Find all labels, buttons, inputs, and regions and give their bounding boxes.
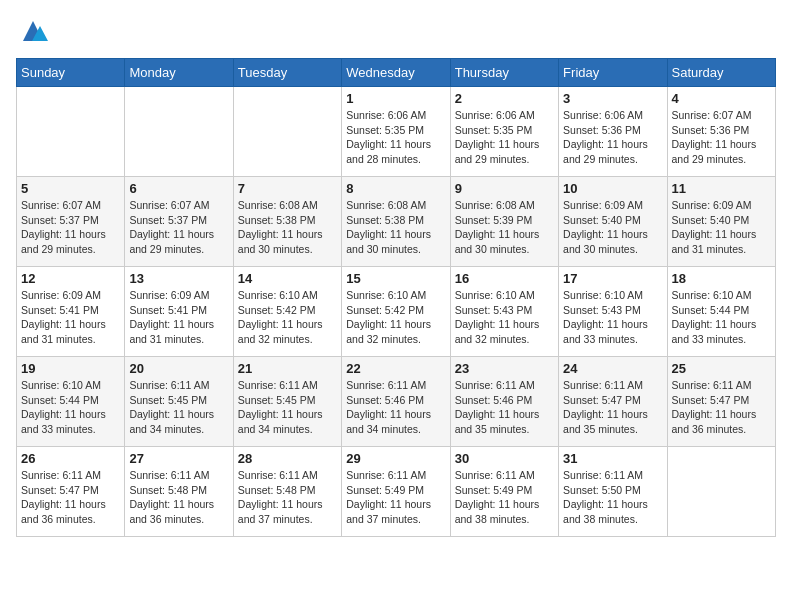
day-info: Sunrise: 6:11 AM Sunset: 5:50 PM Dayligh…: [563, 468, 662, 527]
day-number: 7: [238, 181, 337, 196]
day-info: Sunrise: 6:06 AM Sunset: 5:35 PM Dayligh…: [455, 108, 554, 167]
calendar-week-2: 12Sunrise: 6:09 AM Sunset: 5:41 PM Dayli…: [17, 267, 776, 357]
calendar-week-0: 1Sunrise: 6:06 AM Sunset: 5:35 PM Daylig…: [17, 87, 776, 177]
calendar-cell: 4Sunrise: 6:07 AM Sunset: 5:36 PM Daylig…: [667, 87, 775, 177]
day-info: Sunrise: 6:10 AM Sunset: 5:42 PM Dayligh…: [346, 288, 445, 347]
calendar-cell: 12Sunrise: 6:09 AM Sunset: 5:41 PM Dayli…: [17, 267, 125, 357]
calendar-cell: 9Sunrise: 6:08 AM Sunset: 5:39 PM Daylig…: [450, 177, 558, 267]
calendar-cell: 17Sunrise: 6:10 AM Sunset: 5:43 PM Dayli…: [559, 267, 667, 357]
day-number: 3: [563, 91, 662, 106]
day-number: 6: [129, 181, 228, 196]
calendar-cell: 29Sunrise: 6:11 AM Sunset: 5:49 PM Dayli…: [342, 447, 450, 537]
day-info: Sunrise: 6:11 AM Sunset: 5:49 PM Dayligh…: [455, 468, 554, 527]
calendar-cell: 25Sunrise: 6:11 AM Sunset: 5:47 PM Dayli…: [667, 357, 775, 447]
calendar-cell: 1Sunrise: 6:06 AM Sunset: 5:35 PM Daylig…: [342, 87, 450, 177]
day-info: Sunrise: 6:11 AM Sunset: 5:47 PM Dayligh…: [672, 378, 771, 437]
day-number: 30: [455, 451, 554, 466]
page-header: [16, 16, 776, 46]
day-info: Sunrise: 6:07 AM Sunset: 5:37 PM Dayligh…: [21, 198, 120, 257]
days-header-row: SundayMondayTuesdayWednesdayThursdayFrid…: [17, 59, 776, 87]
day-info: Sunrise: 6:11 AM Sunset: 5:48 PM Dayligh…: [238, 468, 337, 527]
calendar-cell: 18Sunrise: 6:10 AM Sunset: 5:44 PM Dayli…: [667, 267, 775, 357]
day-info: Sunrise: 6:11 AM Sunset: 5:45 PM Dayligh…: [129, 378, 228, 437]
calendar-cell: 19Sunrise: 6:10 AM Sunset: 5:44 PM Dayli…: [17, 357, 125, 447]
day-info: Sunrise: 6:06 AM Sunset: 5:36 PM Dayligh…: [563, 108, 662, 167]
calendar-week-4: 26Sunrise: 6:11 AM Sunset: 5:47 PM Dayli…: [17, 447, 776, 537]
day-info: Sunrise: 6:10 AM Sunset: 5:44 PM Dayligh…: [21, 378, 120, 437]
day-info: Sunrise: 6:09 AM Sunset: 5:41 PM Dayligh…: [21, 288, 120, 347]
calendar-cell: [17, 87, 125, 177]
day-number: 29: [346, 451, 445, 466]
day-info: Sunrise: 6:11 AM Sunset: 5:46 PM Dayligh…: [346, 378, 445, 437]
day-info: Sunrise: 6:10 AM Sunset: 5:44 PM Dayligh…: [672, 288, 771, 347]
day-number: 9: [455, 181, 554, 196]
calendar-week-1: 5Sunrise: 6:07 AM Sunset: 5:37 PM Daylig…: [17, 177, 776, 267]
day-number: 11: [672, 181, 771, 196]
calendar-cell: 26Sunrise: 6:11 AM Sunset: 5:47 PM Dayli…: [17, 447, 125, 537]
calendar-cell: [667, 447, 775, 537]
day-number: 12: [21, 271, 120, 286]
day-info: Sunrise: 6:11 AM Sunset: 5:45 PM Dayligh…: [238, 378, 337, 437]
calendar-cell: 6Sunrise: 6:07 AM Sunset: 5:37 PM Daylig…: [125, 177, 233, 267]
day-number: 26: [21, 451, 120, 466]
calendar-cell: 24Sunrise: 6:11 AM Sunset: 5:47 PM Dayli…: [559, 357, 667, 447]
day-number: 14: [238, 271, 337, 286]
calendar-cell: 3Sunrise: 6:06 AM Sunset: 5:36 PM Daylig…: [559, 87, 667, 177]
day-info: Sunrise: 6:11 AM Sunset: 5:46 PM Dayligh…: [455, 378, 554, 437]
day-number: 19: [21, 361, 120, 376]
day-info: Sunrise: 6:07 AM Sunset: 5:36 PM Dayligh…: [672, 108, 771, 167]
day-info: Sunrise: 6:10 AM Sunset: 5:43 PM Dayligh…: [563, 288, 662, 347]
day-info: Sunrise: 6:10 AM Sunset: 5:42 PM Dayligh…: [238, 288, 337, 347]
day-info: Sunrise: 6:07 AM Sunset: 5:37 PM Dayligh…: [129, 198, 228, 257]
day-number: 10: [563, 181, 662, 196]
logo: [16, 16, 48, 46]
day-number: 13: [129, 271, 228, 286]
day-header-wednesday: Wednesday: [342, 59, 450, 87]
day-number: 15: [346, 271, 445, 286]
day-number: 20: [129, 361, 228, 376]
calendar-week-3: 19Sunrise: 6:10 AM Sunset: 5:44 PM Dayli…: [17, 357, 776, 447]
calendar-cell: 10Sunrise: 6:09 AM Sunset: 5:40 PM Dayli…: [559, 177, 667, 267]
calendar-cell: 27Sunrise: 6:11 AM Sunset: 5:48 PM Dayli…: [125, 447, 233, 537]
day-header-thursday: Thursday: [450, 59, 558, 87]
calendar-cell: 30Sunrise: 6:11 AM Sunset: 5:49 PM Dayli…: [450, 447, 558, 537]
calendar-cell: 21Sunrise: 6:11 AM Sunset: 5:45 PM Dayli…: [233, 357, 341, 447]
day-number: 4: [672, 91, 771, 106]
calendar-cell: 31Sunrise: 6:11 AM Sunset: 5:50 PM Dayli…: [559, 447, 667, 537]
day-info: Sunrise: 6:09 AM Sunset: 5:40 PM Dayligh…: [672, 198, 771, 257]
calendar-cell: 22Sunrise: 6:11 AM Sunset: 5:46 PM Dayli…: [342, 357, 450, 447]
calendar-cell: 8Sunrise: 6:08 AM Sunset: 5:38 PM Daylig…: [342, 177, 450, 267]
day-number: 28: [238, 451, 337, 466]
day-info: Sunrise: 6:10 AM Sunset: 5:43 PM Dayligh…: [455, 288, 554, 347]
day-info: Sunrise: 6:11 AM Sunset: 5:49 PM Dayligh…: [346, 468, 445, 527]
logo-icon: [18, 16, 48, 46]
day-info: Sunrise: 6:08 AM Sunset: 5:38 PM Dayligh…: [346, 198, 445, 257]
day-info: Sunrise: 6:06 AM Sunset: 5:35 PM Dayligh…: [346, 108, 445, 167]
day-number: 27: [129, 451, 228, 466]
calendar-header: SundayMondayTuesdayWednesdayThursdayFrid…: [17, 59, 776, 87]
day-number: 16: [455, 271, 554, 286]
day-number: 21: [238, 361, 337, 376]
day-number: 24: [563, 361, 662, 376]
day-number: 2: [455, 91, 554, 106]
day-info: Sunrise: 6:11 AM Sunset: 5:47 PM Dayligh…: [563, 378, 662, 437]
day-info: Sunrise: 6:11 AM Sunset: 5:47 PM Dayligh…: [21, 468, 120, 527]
calendar-cell: 14Sunrise: 6:10 AM Sunset: 5:42 PM Dayli…: [233, 267, 341, 357]
calendar-cell: 5Sunrise: 6:07 AM Sunset: 5:37 PM Daylig…: [17, 177, 125, 267]
calendar-cell: 11Sunrise: 6:09 AM Sunset: 5:40 PM Dayli…: [667, 177, 775, 267]
calendar-cell: 13Sunrise: 6:09 AM Sunset: 5:41 PM Dayli…: [125, 267, 233, 357]
calendar-cell: [233, 87, 341, 177]
day-number: 8: [346, 181, 445, 196]
day-header-tuesday: Tuesday: [233, 59, 341, 87]
day-number: 5: [21, 181, 120, 196]
day-number: 23: [455, 361, 554, 376]
day-header-friday: Friday: [559, 59, 667, 87]
day-number: 18: [672, 271, 771, 286]
day-header-saturday: Saturday: [667, 59, 775, 87]
day-info: Sunrise: 6:09 AM Sunset: 5:41 PM Dayligh…: [129, 288, 228, 347]
day-number: 22: [346, 361, 445, 376]
day-number: 25: [672, 361, 771, 376]
calendar-cell: 2Sunrise: 6:06 AM Sunset: 5:35 PM Daylig…: [450, 87, 558, 177]
calendar-body: 1Sunrise: 6:06 AM Sunset: 5:35 PM Daylig…: [17, 87, 776, 537]
day-info: Sunrise: 6:08 AM Sunset: 5:38 PM Dayligh…: [238, 198, 337, 257]
